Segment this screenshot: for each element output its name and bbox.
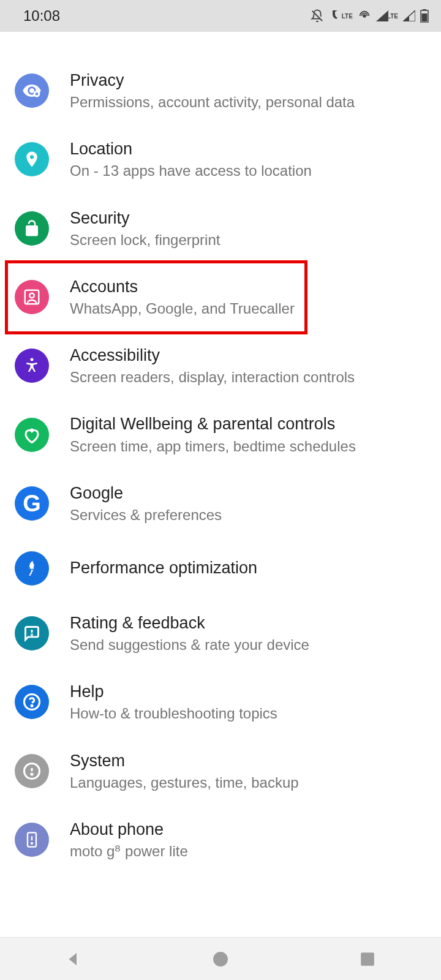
location-icon [15,142,49,176]
svg-point-22 [31,843,32,844]
feedback-icon [15,616,49,650]
status-time: 10:08 [23,7,60,24]
svg-text:G: G [23,491,41,516]
settings-item-accessibility[interactable]: Accessibility Screen readers, display, i… [0,331,441,400]
help-icon [15,685,49,719]
status-icons-group: LTE LTE [311,9,429,23]
svg-point-19 [31,774,32,775]
settings-item-security[interactable]: Security Screen lock, fingerprint [0,194,441,263]
settings-item-digital-wellbeing[interactable]: Digital Wellbeing & parental controls Sc… [0,400,441,469]
svg-point-7 [29,293,34,298]
setting-subtitle: Languages, gestures, time, backup [70,773,426,792]
accessibility-icon [15,349,49,383]
svg-rect-5 [36,92,38,95]
signal-icon [403,10,415,21]
settings-list: Privacy Permissions, account activity, p… [0,32,441,874]
setting-subtitle: Screen lock, fingerprint [70,230,426,249]
setting-subtitle: On - 13 apps have access to location [70,161,426,180]
svg-point-14 [31,635,32,635]
nav-back-button[interactable] [43,941,104,978]
settings-item-accounts[interactable]: Accounts WhatsApp, Google, and Truecalle… [0,263,441,331]
setting-subtitle: How-to & troubleshooting topics [70,704,426,723]
security-icon [15,211,49,246]
svg-point-23 [213,952,228,967]
setting-title: System [70,750,426,772]
setting-title: Digital Wellbeing & parental controls [70,413,426,435]
setting-title: Security [70,208,426,229]
wellbeing-icon [15,418,49,452]
system-icon [15,754,49,788]
notifications-off-icon [311,9,324,23]
settings-item-system[interactable]: System Languages, gestures, time, backup [0,737,441,805]
setting-subtitle: WhatsApp, Google, and Truecaller [70,299,426,318]
setting-subtitle: moto g⁸ power lite [70,842,426,861]
performance-icon [15,551,49,586]
svg-rect-3 [422,13,428,22]
google-icon: G [15,486,49,521]
volte-icon: LTE [329,9,353,23]
settings-item-location[interactable]: Location On - 13 apps have access to loc… [0,125,441,194]
setting-title: Privacy [70,70,426,91]
svg-point-8 [31,358,34,361]
setting-subtitle: Permissions, account activity, personal … [70,92,426,111]
settings-item-about[interactable]: About phone moto g⁸ power lite [0,805,441,874]
nav-recent-button[interactable] [337,941,398,978]
setting-subtitle: Screen readers, display, interaction con… [70,368,426,386]
privacy-icon [15,74,49,108]
settings-item-help[interactable]: Help How-to & troubleshooting topics [0,668,441,736]
signal-lte-icon: LTE [376,10,398,21]
settings-item-google[interactable]: G Google Services & preferences [0,469,441,538]
svg-point-0 [363,15,366,17]
setting-subtitle: Send suggestions & rate your device [70,635,426,654]
setting-title: Accessibility [70,345,426,366]
setting-title: Rating & feedback [70,612,426,634]
about-phone-icon [15,823,49,857]
setting-title: Help [70,681,426,703]
svg-point-16 [31,706,32,707]
setting-subtitle: Screen time, app timers, bedtime schedul… [70,437,426,456]
setting-title: Accounts [70,276,426,298]
setting-title: About phone [70,819,426,840]
setting-title: Performance optimization [70,557,426,579]
setting-title: Google [70,483,426,504]
settings-item-performance[interactable]: Performance optimization [0,538,441,599]
accounts-icon [15,280,49,314]
setting-subtitle: Services & preferences [70,505,426,524]
settings-item-privacy[interactable]: Privacy Permissions, account activity, p… [0,56,441,125]
hotspot-icon [358,9,371,23]
nav-home-button[interactable] [190,941,251,978]
settings-item-rating[interactable]: Rating & feedback Send suggestions & rat… [0,599,441,668]
status-bar: 10:08 LTE LTE [0,0,441,32]
setting-title: Location [70,138,426,160]
svg-rect-24 [361,952,374,966]
battery-icon [420,9,429,23]
navigation-bar [0,937,441,980]
